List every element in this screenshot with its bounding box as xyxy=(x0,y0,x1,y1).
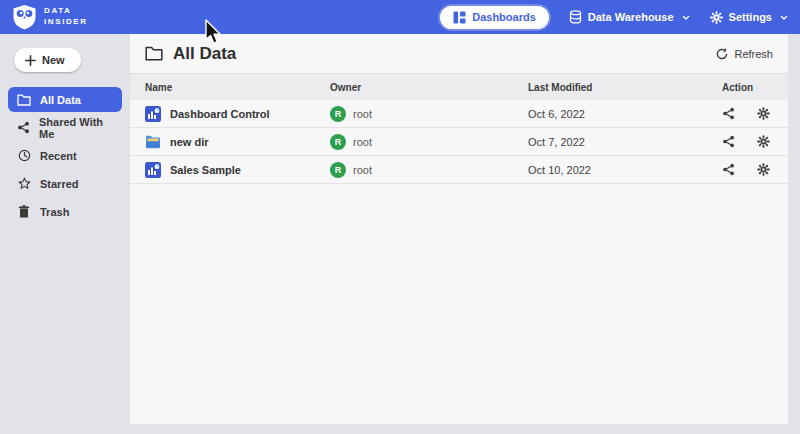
dashboard-file-icon xyxy=(145,106,161,122)
owner-avatar: R xyxy=(330,106,346,122)
last-modified-date: Oct 6, 2022 xyxy=(528,108,722,120)
new-button-label: New xyxy=(42,54,65,66)
settings-label: Settings xyxy=(729,11,772,23)
sidebar-item-all-data[interactable]: All Data xyxy=(8,87,122,112)
gear-icon xyxy=(710,11,723,24)
chevron-down-icon xyxy=(780,15,788,20)
column-header-owner: Owner xyxy=(330,82,528,93)
chevron-down-icon xyxy=(682,15,690,20)
folder-icon xyxy=(17,94,31,106)
plus-icon xyxy=(25,55,36,66)
settings-menu[interactable]: Settings xyxy=(710,11,788,24)
table-row[interactable]: new dir R root Oct 7, 2022 xyxy=(130,128,788,156)
dashboards-button[interactable]: Dashboards xyxy=(440,6,549,29)
sidebar-item-recent[interactable]: Recent xyxy=(8,143,122,168)
new-button[interactable]: New xyxy=(14,48,81,72)
sidebar-item-label: Recent xyxy=(40,150,77,162)
share-button[interactable] xyxy=(722,135,735,148)
panel-header: All Data Refresh xyxy=(130,34,788,74)
top-navigation: Dashboards Data Warehouse xyxy=(440,6,788,29)
sidebar-nav: All Data Shared With Me Recent Starred xyxy=(0,87,130,224)
star-icon xyxy=(17,177,31,190)
refresh-icon xyxy=(716,48,728,60)
sidebar-item-label: Shared With Me xyxy=(39,116,113,140)
refresh-label: Refresh xyxy=(734,48,773,60)
sidebar-item-label: Starred xyxy=(40,178,79,190)
share-button[interactable] xyxy=(722,163,735,176)
file-name: Sales Sample xyxy=(170,164,241,176)
row-settings-button[interactable] xyxy=(757,163,770,176)
sidebar-item-trash[interactable]: Trash xyxy=(8,199,122,224)
brand-name: DATA INSIDER xyxy=(44,6,88,28)
sidebar-item-shared-with-me[interactable]: Shared With Me xyxy=(8,115,122,140)
column-header-action: Action xyxy=(722,82,773,93)
sidebar-item-starred[interactable]: Starred xyxy=(8,171,122,196)
file-name: Dashboard Control xyxy=(170,108,270,120)
table-row[interactable]: Dashboard Control R root Oct 6, 2022 xyxy=(130,100,788,128)
column-header-name: Name xyxy=(145,82,330,93)
clock-icon xyxy=(17,149,31,162)
page-title: All Data xyxy=(173,44,236,64)
folder-file-icon xyxy=(145,134,161,150)
sidebar-item-label: Trash xyxy=(40,206,69,218)
trash-icon xyxy=(17,205,31,218)
table-header-row: Name Owner Last Modified Action xyxy=(130,74,788,100)
owner-name: root xyxy=(353,108,372,120)
owner-name: root xyxy=(353,136,372,148)
dashboard-icon xyxy=(453,11,466,24)
database-icon xyxy=(569,10,582,24)
dashboards-label: Dashboards xyxy=(472,11,536,23)
data-warehouse-menu[interactable]: Data Warehouse xyxy=(569,10,690,24)
row-settings-button[interactable] xyxy=(757,135,770,148)
row-settings-button[interactable] xyxy=(757,107,770,120)
data-warehouse-label: Data Warehouse xyxy=(588,11,674,23)
last-modified-date: Oct 10, 2022 xyxy=(528,164,722,176)
share-button[interactable] xyxy=(722,107,735,120)
refresh-button[interactable]: Refresh xyxy=(716,48,773,60)
brand-logo: DATA INSIDER xyxy=(12,4,88,30)
column-header-last-modified: Last Modified xyxy=(528,82,722,93)
owner-avatar: R xyxy=(330,162,346,178)
main-panel: All Data Refresh Name Owner Last Modifie… xyxy=(130,34,788,424)
sidebar-item-label: All Data xyxy=(40,94,81,106)
sidebar: New All Data Shared With Me Recent xyxy=(0,34,130,424)
dashboard-file-icon xyxy=(145,162,161,178)
top-header: DATA INSIDER Dashboards xyxy=(0,0,800,34)
owner-name: root xyxy=(353,164,372,176)
folder-icon xyxy=(145,46,163,61)
table-row[interactable]: Sales Sample R root Oct 10, 2022 xyxy=(130,156,788,184)
last-modified-date: Oct 7, 2022 xyxy=(528,136,722,148)
owl-logo-icon xyxy=(12,4,37,30)
owner-avatar: R xyxy=(330,134,346,150)
file-name: new dir xyxy=(170,136,209,148)
share-icon xyxy=(17,121,30,134)
